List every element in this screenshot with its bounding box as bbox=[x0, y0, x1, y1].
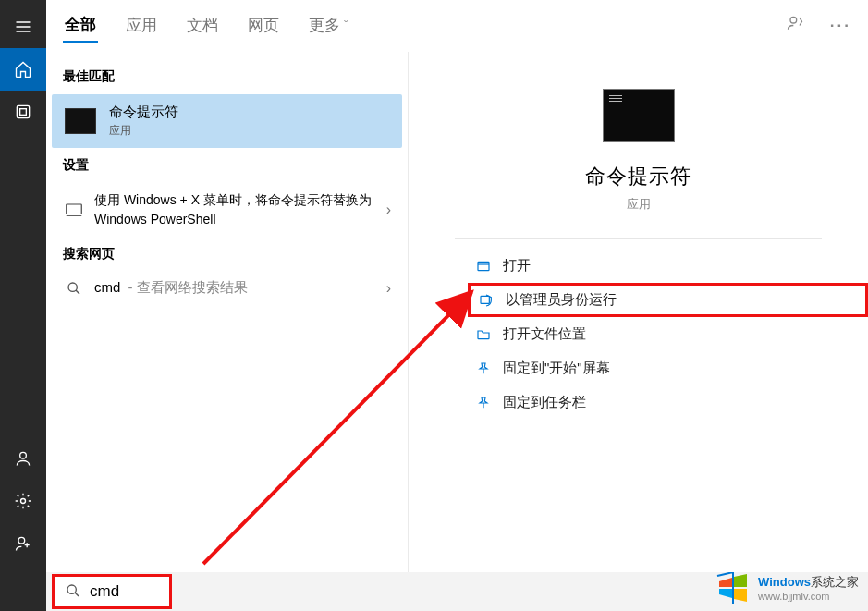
web-search-item[interactable]: cmd - 查看网络搜索结果 › bbox=[46, 270, 408, 306]
cmd-thumb-icon bbox=[65, 108, 96, 134]
admin-icon bbox=[476, 293, 496, 308]
svg-point-2 bbox=[20, 452, 27, 458]
cmd-preview-icon bbox=[603, 89, 675, 142]
search-tabs: 全部 应用 文档 网页 更多 ··· bbox=[46, 0, 868, 52]
start-sidebar bbox=[0, 0, 46, 611]
home-icon[interactable] bbox=[0, 48, 46, 91]
folder-icon bbox=[473, 327, 494, 342]
best-match-item[interactable]: 命令提示符 应用 bbox=[52, 94, 402, 148]
action-pin-start[interactable]: 固定到"开始"屏幕 bbox=[473, 351, 868, 385]
chevron-right-icon: › bbox=[386, 202, 391, 218]
monitor-icon bbox=[63, 203, 85, 216]
windows-logo-icon bbox=[715, 572, 751, 604]
svg-rect-6 bbox=[67, 204, 82, 214]
search-input-wrapper[interactable]: cmd bbox=[52, 574, 172, 609]
action-run-admin[interactable]: 以管理员身份运行 bbox=[468, 283, 868, 317]
pin-taskbar-icon bbox=[473, 396, 494, 410]
detail-subtitle: 应用 bbox=[627, 196, 651, 213]
section-settings: 设置 bbox=[46, 150, 408, 181]
detail-pane: 命令提示符 应用 打开 以管理员身份运行 bbox=[409, 52, 868, 611]
hamburger-icon[interactable] bbox=[0, 6, 46, 48]
section-best-match: 最佳匹配 bbox=[46, 61, 408, 92]
action-run-admin-label: 以管理员身份运行 bbox=[506, 291, 617, 309]
action-open-location[interactable]: 打开文件位置 bbox=[473, 317, 868, 351]
tab-more[interactable]: 更多 bbox=[307, 9, 350, 42]
feedback-icon[interactable] bbox=[786, 14, 804, 37]
web-search-hint: - 查看网络搜索结果 bbox=[128, 279, 248, 295]
action-pin-start-label: 固定到"开始"屏幕 bbox=[503, 360, 610, 377]
tab-web[interactable]: 网页 bbox=[246, 9, 281, 42]
svg-point-3 bbox=[21, 499, 26, 504]
action-pin-taskbar[interactable]: 固定到任务栏 bbox=[473, 385, 868, 420]
settings-item-powershell[interactable]: 使用 Windows + X 菜单时，将命令提示符替换为 Windows Pow… bbox=[46, 181, 408, 238]
search-icon bbox=[63, 281, 85, 296]
power-icon[interactable] bbox=[0, 522, 46, 565]
more-options-icon[interactable]: ··· bbox=[830, 17, 851, 35]
pin-start-icon bbox=[473, 361, 494, 376]
results-pane: 最佳匹配 命令提示符 应用 设置 使用 Windows + X 菜单时，将命令提… bbox=[46, 52, 409, 611]
web-search-term: cmd bbox=[94, 279, 120, 295]
svg-rect-0 bbox=[17, 105, 29, 117]
search-icon bbox=[66, 583, 80, 601]
section-search-web: 搜索网页 bbox=[46, 238, 408, 270]
detail-title: 命令提示符 bbox=[585, 163, 691, 190]
action-open[interactable]: 打开 bbox=[473, 249, 868, 283]
watermark-url: www.bjjmlv.com bbox=[758, 591, 859, 602]
open-icon bbox=[473, 259, 494, 274]
account-icon[interactable] bbox=[0, 437, 46, 480]
best-match-title: 命令提示符 bbox=[109, 104, 178, 121]
action-open-label: 打开 bbox=[503, 257, 531, 275]
svg-point-11 bbox=[67, 585, 76, 593]
watermark: Windows系统之家 www.bjjmlv.com bbox=[715, 572, 859, 604]
svg-point-5 bbox=[790, 17, 797, 23]
svg-point-7 bbox=[68, 283, 77, 291]
settings-icon[interactable] bbox=[0, 480, 46, 522]
divider bbox=[455, 238, 823, 239]
search-value: cmd bbox=[90, 582, 119, 601]
tab-apps[interactable]: 应用 bbox=[124, 9, 159, 42]
settings-item-text: 使用 Windows + X 菜单时，将命令提示符替换为 Windows Pow… bbox=[94, 190, 386, 229]
tab-all[interactable]: 全部 bbox=[63, 8, 98, 43]
best-match-subtitle: 应用 bbox=[109, 123, 178, 139]
tab-docs[interactable]: 文档 bbox=[185, 9, 220, 42]
watermark-suffix: 系统之家 bbox=[811, 575, 859, 589]
svg-rect-1 bbox=[20, 109, 27, 116]
apps-icon[interactable] bbox=[0, 91, 46, 133]
chevron-right-icon: › bbox=[386, 280, 391, 297]
action-pin-taskbar-label: 固定到任务栏 bbox=[503, 394, 586, 411]
svg-point-4 bbox=[18, 537, 25, 544]
action-open-location-label: 打开文件位置 bbox=[503, 325, 586, 343]
watermark-brand: Windows bbox=[758, 575, 811, 589]
svg-rect-9 bbox=[481, 296, 489, 303]
svg-rect-8 bbox=[478, 262, 489, 270]
